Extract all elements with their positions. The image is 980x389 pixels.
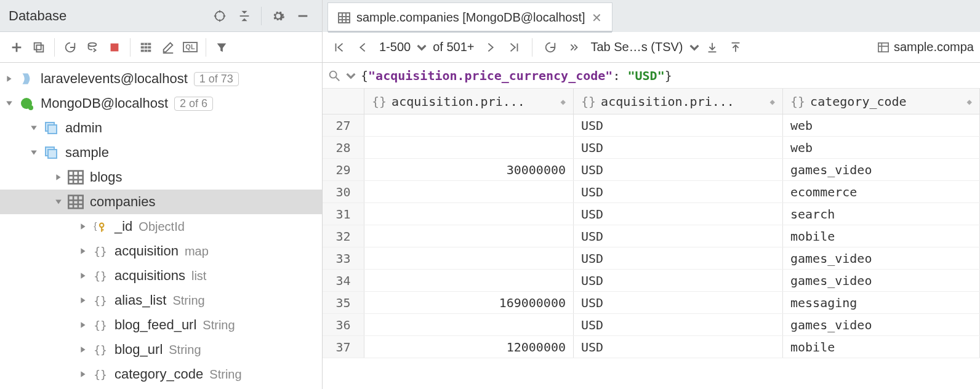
cell[interactable]: USD — [574, 159, 783, 180]
chevron-right-icon[interactable] — [78, 246, 89, 257]
cell[interactable]: messaging — [783, 292, 980, 313]
chevron-right-icon[interactable] — [78, 295, 89, 306]
chevron-down-icon[interactable] — [346, 71, 356, 81]
collection-blogs[interactable]: blogs — [0, 165, 322, 190]
cell[interactable]: USD — [574, 314, 783, 335]
field-acquisitions[interactable]: {}acquisitionslist — [0, 263, 322, 288]
collapse-icon[interactable] — [234, 6, 255, 26]
chevron-right-icon[interactable] — [78, 221, 89, 232]
table-row[interactable]: 35169000000USDmessaging — [323, 292, 980, 314]
db-admin[interactable]: admin — [0, 116, 322, 140]
column-header[interactable]: {}category_code◆ — [783, 89, 980, 114]
cell[interactable] — [364, 314, 574, 335]
chevron-right-icon[interactable] — [78, 369, 89, 380]
chevron-down-icon[interactable] — [53, 196, 64, 207]
cell[interactable]: ecommerce — [783, 181, 980, 203]
chevron-down-icon[interactable] — [417, 42, 427, 52]
filter-bar[interactable]: {"acquisition.price_currency_code": "USD… — [323, 63, 980, 89]
cell[interactable]: USD — [574, 203, 783, 225]
table-row[interactable]: 27USDweb — [323, 114, 980, 137]
cell[interactable]: USD — [574, 225, 783, 247]
cell[interactable]: USD — [574, 292, 783, 313]
cell[interactable] — [364, 137, 574, 158]
cell[interactable]: USD — [574, 137, 783, 158]
cell[interactable] — [364, 247, 574, 269]
chevron-down-icon[interactable] — [28, 147, 39, 158]
chevron-right-icon[interactable] — [78, 270, 89, 281]
cell[interactable]: games_video — [783, 270, 980, 291]
cell[interactable] — [364, 203, 574, 225]
table-view-icon[interactable] — [135, 37, 156, 58]
table-row[interactable]: 34USDgames_video — [323, 270, 980, 292]
chevron-right-icon[interactable] — [4, 73, 15, 84]
table-row[interactable]: 28USDweb — [323, 137, 980, 159]
cell[interactable]: USD — [574, 247, 783, 269]
edit-icon[interactable] — [158, 37, 179, 58]
table-row[interactable]: 2930000000USDgames_video — [323, 159, 980, 181]
upload-icon[interactable] — [725, 37, 746, 58]
table-row[interactable]: 33USDgames_video — [323, 247, 980, 270]
chevron-right-icon[interactable] — [78, 319, 89, 331]
chevron-down-icon[interactable] — [689, 42, 699, 52]
cell[interactable]: 30000000 — [364, 159, 574, 180]
page-range[interactable]: 1-500 — [376, 40, 414, 54]
cell[interactable]: mobile — [783, 336, 980, 358]
field-acquisition[interactable]: {}acquisitionmap — [0, 239, 322, 263]
minimize-icon[interactable] — [292, 6, 313, 26]
settings-icon[interactable] — [268, 6, 289, 26]
prev-page-icon[interactable] — [352, 37, 373, 58]
cell[interactable] — [364, 114, 574, 136]
table-row[interactable]: 30USDecommerce — [323, 181, 980, 203]
filter-icon[interactable] — [211, 37, 232, 58]
next-page-icon[interactable] — [480, 37, 501, 58]
cell[interactable]: games_video — [783, 159, 980, 180]
chevron-right-icon[interactable] — [53, 172, 64, 183]
filter-expression[interactable]: {"acquisition.price_currency_code": "USD… — [361, 68, 672, 83]
table-row[interactable]: 36USDgames_video — [323, 314, 980, 336]
field-alias_list[interactable]: {}alias_listString — [0, 288, 322, 313]
cell[interactable]: mobile — [783, 225, 980, 247]
table-row[interactable]: 31USDsearch — [323, 203, 980, 225]
table-row[interactable]: 32USDmobile — [323, 225, 980, 247]
cell[interactable]: games_video — [783, 247, 980, 269]
cell[interactable] — [364, 225, 574, 247]
close-icon[interactable]: ✕ — [592, 10, 602, 25]
export-format[interactable]: Tab Se…s (TSV) — [587, 40, 686, 54]
cell[interactable] — [364, 181, 574, 203]
cell[interactable]: search — [783, 203, 980, 225]
download-icon[interactable] — [702, 37, 723, 58]
cell[interactable]: 169000000 — [364, 292, 574, 313]
db-sample[interactable]: sample — [0, 140, 322, 165]
field-_id[interactable]: {_idObjectId — [0, 214, 322, 239]
chevron-down-icon[interactable] — [4, 98, 15, 109]
add-icon[interactable] — [6, 37, 27, 58]
more-icon[interactable] — [563, 37, 584, 58]
duplicate-icon[interactable] — [28, 37, 49, 58]
column-header[interactable]: {}acquisition.pri...◆ — [364, 89, 574, 114]
collection-companies[interactable]: companies — [0, 190, 322, 214]
chevron-right-icon[interactable] — [78, 344, 89, 355]
last-page-icon[interactable] — [504, 37, 524, 58]
reload-icon[interactable] — [540, 37, 561, 58]
target-icon[interactable] — [209, 6, 230, 26]
sync-icon[interactable] — [82, 37, 103, 58]
table-row[interactable]: 3712000000USDmobile — [323, 336, 980, 358]
connection-mongodb[interactable]: MongoDB@localhost 2 of 6 — [0, 91, 322, 116]
column-header[interactable]: {}acquisition.pri...◆ — [574, 89, 783, 114]
field-blog_url[interactable]: {}blog_urlString — [0, 337, 322, 362]
stop-icon[interactable] — [104, 37, 125, 58]
cell[interactable]: USD — [574, 336, 783, 358]
cell[interactable] — [364, 270, 574, 291]
cell[interactable]: web — [783, 137, 980, 158]
refresh-icon[interactable] — [60, 37, 81, 58]
cell[interactable]: 12000000 — [364, 336, 574, 358]
cell[interactable]: USD — [574, 181, 783, 203]
cell[interactable]: USD — [574, 270, 783, 291]
first-page-icon[interactable] — [329, 37, 350, 58]
cell[interactable]: games_video — [783, 314, 980, 335]
cell[interactable]: web — [783, 114, 980, 136]
search-icon[interactable] — [327, 69, 341, 82]
field-category_code[interactable]: {}category_codeString — [0, 362, 322, 387]
field-blog_feed_url[interactable]: {}blog_feed_urlString — [0, 313, 322, 337]
chevron-down-icon[interactable] — [28, 122, 39, 134]
